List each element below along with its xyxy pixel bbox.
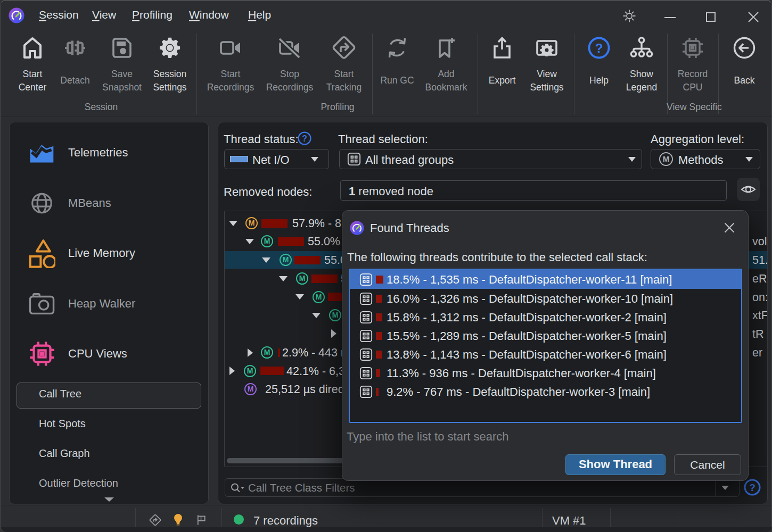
svg-text:?: ? bbox=[749, 482, 755, 493]
svg-text:?: ? bbox=[595, 41, 603, 55]
svg-text:?: ? bbox=[302, 134, 307, 143]
